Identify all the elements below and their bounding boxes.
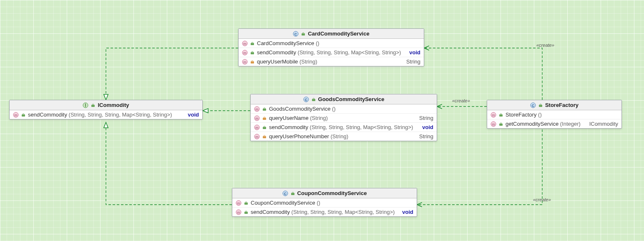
lock-open-icon — [250, 41, 254, 46]
goods-send: m sendCommodity (String, String, String,… — [251, 123, 437, 132]
class-title: C CardCommodityService — [239, 29, 424, 39]
svg-rect-11 — [251, 43, 254, 45]
class-name: CardCommodityService — [308, 30, 369, 37]
card-send: m sendCommodity (String, String, String,… — [239, 48, 424, 57]
svg-rect-8 — [302, 33, 305, 36]
interface-icommodity[interactable]: I ICommodity m sendCommodity (String, St… — [9, 100, 203, 119]
class-icon: C — [303, 96, 309, 102]
svg-rect-50 — [499, 124, 503, 126]
store-ctor: m StoreFactory () — [487, 110, 621, 119]
goods-query-phone: m queryUserPhoneNumber (String) String — [251, 132, 437, 141]
class-name: StoreFactory — [545, 102, 579, 108]
svg-rect-26 — [263, 118, 266, 120]
method-icon: m — [254, 124, 260, 130]
svg-rect-44 — [539, 105, 542, 107]
svg-text:m: m — [237, 201, 240, 205]
method-icon: m — [236, 209, 242, 215]
svg-text:C: C — [294, 32, 297, 36]
method-icon: m — [254, 106, 260, 112]
svg-text:C: C — [532, 104, 535, 108]
coupon-ctor: m CouponCommodityService () — [232, 198, 417, 208]
svg-rect-41 — [244, 212, 248, 214]
svg-text:m: m — [243, 51, 247, 55]
interface-name: ICommodity — [98, 102, 129, 108]
svg-text:I: I — [85, 103, 86, 108]
lock-open-icon — [244, 201, 248, 205]
stereotype-create-goods: «create» — [452, 98, 470, 103]
method-icon: m — [254, 115, 260, 121]
svg-rect-35 — [291, 193, 294, 195]
lock-open-icon — [262, 107, 267, 111]
class-store-factory[interactable]: C StoreFactory m StoreFactory () m getCo… — [487, 100, 622, 129]
lock-open-icon — [538, 103, 543, 107]
svg-text:C: C — [304, 98, 307, 102]
store-get-service: m getCommodityService (Integer) ICommodi… — [487, 119, 621, 128]
goods-query-name: m queryUserName (String) String — [251, 114, 437, 123]
lock-open-icon — [312, 97, 316, 101]
svg-text:m: m — [255, 107, 259, 112]
coupon-send: m sendCommodity (String, String, String,… — [232, 208, 417, 216]
method-icon: m — [236, 200, 242, 206]
card-query: m queryUserMobile (String) String — [239, 57, 424, 66]
method-icon: m — [242, 59, 248, 65]
svg-rect-23 — [263, 109, 266, 111]
method-icon: m — [491, 112, 496, 118]
svg-text:C: C — [284, 192, 287, 196]
lock-open-icon — [91, 103, 95, 107]
svg-text:m: m — [237, 211, 240, 215]
class-icon: C — [293, 31, 299, 37]
lock-closed-icon — [262, 116, 267, 120]
svg-text:m: m — [243, 60, 247, 64]
svg-text:m: m — [14, 113, 18, 117]
lock-open-icon — [499, 122, 503, 126]
svg-rect-32 — [263, 136, 266, 138]
svg-rect-20 — [312, 99, 315, 101]
svg-text:m: m — [492, 122, 495, 127]
lock-open-icon — [499, 113, 503, 117]
class-title: C CouponCommodityService — [232, 188, 417, 198]
svg-text:m: m — [255, 126, 259, 130]
svg-rect-5 — [22, 114, 25, 117]
interface-method: m sendCommodity (String, String, String,… — [10, 110, 202, 119]
svg-rect-47 — [499, 114, 503, 117]
method-icon: m — [242, 41, 248, 46]
lock-open-icon — [262, 125, 267, 129]
lock-open-icon — [291, 191, 295, 195]
class-title: C StoreFactory — [487, 100, 621, 110]
class-coupon-commodity-service[interactable]: C CouponCommodityService m CouponCommodi… — [232, 188, 417, 217]
class-name: CouponCommodityService — [297, 190, 367, 196]
method-icon: m — [254, 134, 260, 140]
lock-open-icon — [301, 32, 305, 36]
svg-text:m: m — [243, 42, 247, 46]
svg-rect-38 — [244, 203, 248, 205]
class-title: C GoodsCommodityService — [251, 94, 437, 104]
stereotype-create-card: «create» — [536, 43, 554, 48]
method-icon: m — [242, 50, 248, 56]
interface-icon: I — [83, 102, 88, 108]
lock-closed-icon — [250, 60, 254, 64]
svg-text:m: m — [255, 117, 259, 121]
goods-ctor: m GoodsCommodityService () — [251, 104, 437, 114]
svg-rect-17 — [251, 61, 254, 63]
class-card-commodity-service[interactable]: C CardCommodityService m CardCommoditySe… — [238, 28, 424, 66]
method-icon: m — [13, 112, 19, 118]
svg-rect-2 — [91, 105, 95, 107]
svg-text:m: m — [492, 113, 495, 117]
card-ctor: m CardCommodityService () — [239, 39, 424, 48]
stereotype-create-coupon: «create» — [533, 197, 551, 202]
class-icon: C — [530, 102, 536, 108]
interface-title: I ICommodity — [10, 100, 202, 110]
svg-text:m: m — [255, 135, 259, 139]
lock-closed-icon — [262, 134, 267, 139]
svg-rect-29 — [263, 127, 266, 129]
class-goods-commodity-service[interactable]: C GoodsCommodityService m GoodsCommodity… — [250, 94, 437, 141]
lock-open-icon — [21, 113, 25, 117]
lock-open-icon — [250, 51, 254, 55]
class-name: GoodsCommodityService — [318, 96, 385, 102]
svg-rect-14 — [251, 52, 254, 54]
lock-open-icon — [244, 210, 248, 214]
method-icon: m — [491, 121, 496, 127]
class-icon: C — [282, 190, 288, 196]
